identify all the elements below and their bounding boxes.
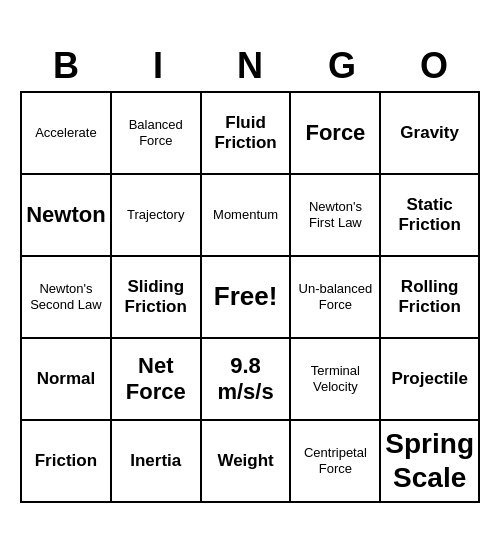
- bingo-cell: Newton: [22, 175, 112, 257]
- bingo-cell: Newton's Second Law: [22, 257, 112, 339]
- bingo-card: BINGO AccelerateBalanced ForceFluid Fric…: [20, 41, 480, 503]
- bingo-cell: Static Friction: [381, 175, 480, 257]
- bingo-cell: Net Force: [112, 339, 202, 421]
- bingo-cell: Sliding Friction: [112, 257, 202, 339]
- bingo-cell: Rolling Friction: [381, 257, 480, 339]
- bingo-cell: Weight: [202, 421, 292, 503]
- bingo-cell: Trajectory: [112, 175, 202, 257]
- bingo-cell: Fluid Friction: [202, 93, 292, 175]
- bingo-cell: Centripetal Force: [291, 421, 381, 503]
- header-letter: B: [20, 41, 112, 91]
- bingo-cell: Gravity: [381, 93, 480, 175]
- bingo-grid: AccelerateBalanced ForceFluid FrictionFo…: [20, 91, 480, 503]
- bingo-cell: Accelerate: [22, 93, 112, 175]
- bingo-header: BINGO: [20, 41, 480, 91]
- header-letter: I: [112, 41, 204, 91]
- bingo-cell: Normal: [22, 339, 112, 421]
- header-letter: O: [388, 41, 480, 91]
- header-letter: N: [204, 41, 296, 91]
- bingo-cell: Terminal Velocity: [291, 339, 381, 421]
- bingo-cell: Projectile: [381, 339, 480, 421]
- bingo-cell: Momentum: [202, 175, 292, 257]
- header-letter: G: [296, 41, 388, 91]
- bingo-cell: Friction: [22, 421, 112, 503]
- bingo-cell: Force: [291, 93, 381, 175]
- bingo-cell: Free!: [202, 257, 292, 339]
- bingo-cell: Newton's First Law: [291, 175, 381, 257]
- bingo-cell: Spring Scale: [381, 421, 480, 503]
- bingo-cell: 9.8 m/s/s: [202, 339, 292, 421]
- bingo-cell: Balanced Force: [112, 93, 202, 175]
- bingo-cell: Inertia: [112, 421, 202, 503]
- bingo-cell: Un-balanced Force: [291, 257, 381, 339]
